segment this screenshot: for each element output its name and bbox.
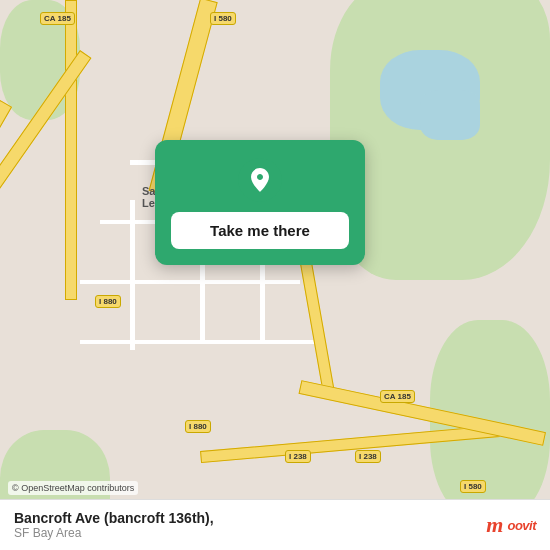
bottom-bar: Bancroft Ave (bancroft 136th), SF Bay Ar… <box>0 499 550 550</box>
label-i880-bottom: I 880 <box>185 420 211 433</box>
moovit-m-letter: m <box>486 512 503 538</box>
ca185-road-left <box>65 0 77 300</box>
label-i880-left: I 880 <box>95 295 121 308</box>
label-ca185-bottom: CA 185 <box>380 390 415 403</box>
water-area-2 <box>420 90 480 140</box>
osm-attribution: © OpenStreetMap contributors <box>8 481 138 495</box>
local-road-v3 <box>130 200 135 350</box>
moovit-logo: m oovit <box>486 512 536 538</box>
bottom-bar-left: Bancroft Ave (bancroft 136th), SF Bay Ar… <box>14 510 214 540</box>
label-i238-right: I 238 <box>355 450 381 463</box>
map-container: CA 185 I 580 CA 185 I 880 I 880 CA 185 I… <box>0 0 550 550</box>
location-name: Bancroft Ave (bancroft 136th), <box>14 510 214 526</box>
label-ca185-top: CA 185 <box>40 12 75 25</box>
label-i580-bottom: I 580 <box>460 480 486 493</box>
label-i238-left: I 238 <box>285 450 311 463</box>
location-pin-icon <box>238 158 282 202</box>
local-road-3 <box>80 280 300 284</box>
popup-card: Take me there <box>155 140 365 265</box>
label-i580-top: I 580 <box>210 12 236 25</box>
moovit-rest-text: oovit <box>507 518 536 533</box>
take-me-there-button[interactable]: Take me there <box>171 212 349 249</box>
local-road-4 <box>80 340 320 344</box>
location-region: SF Bay Area <box>14 526 214 540</box>
